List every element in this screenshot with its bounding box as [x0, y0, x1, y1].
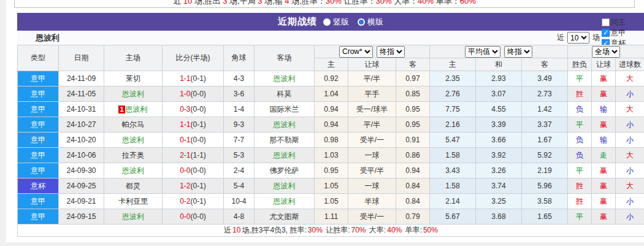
avg-draw-odds: 3.26 — [476, 163, 522, 179]
corner-score: 3-6 — [224, 86, 255, 102]
avg-draw-odds: 3.07 — [476, 86, 522, 102]
avg-away-odds: 3.37 — [522, 117, 568, 133]
handicap-line: 受半/一 — [348, 133, 396, 148]
away-team-link[interactable]: 恩波利 — [255, 117, 315, 133]
corner-score: 2-4 — [224, 163, 255, 179]
league-type-badge: 意甲 — [18, 71, 59, 86]
handicap-result: 输 — [592, 102, 616, 117]
score-cell: 0-0(0-0) — [163, 209, 224, 225]
sub-header-handicap-result: 让球 — [592, 58, 616, 71]
away-odds: 0.91 — [396, 133, 430, 148]
average-select[interactable]: 平均值 — [465, 46, 500, 58]
home-team-link[interactable]: 帕尔马 — [104, 117, 163, 133]
home-odds: 1.04 — [315, 86, 348, 102]
wdl-result: 平 — [568, 117, 592, 133]
layout-radio-selected[interactable]: 横版 — [358, 17, 383, 28]
avg-home-odds: 5.67 — [430, 209, 476, 225]
matches-label: 场 — [592, 33, 600, 43]
home-team-link[interactable]: 恩波利 — [104, 209, 163, 225]
handicap-result: 赢 — [592, 179, 616, 194]
summary-segment: 场,胜出 — [192, 0, 223, 6]
summary-segment: 近 — [223, 226, 232, 234]
away-team-link[interactable]: 科莫 — [255, 86, 315, 102]
match-row: 意甲 24-10-06 拉齐奥 2-1(1-1) 5-3 恩波利 1.03 一球… — [18, 148, 644, 163]
home-team-link[interactable]: 恩波利 — [104, 86, 163, 102]
summary-segment: 40% — [386, 226, 402, 234]
wdl-result: 平 — [568, 71, 592, 86]
avg-home-odds: 2.76 — [430, 86, 476, 102]
goals-result: 小 — [616, 163, 644, 179]
away-team-link[interactable]: 恩波利 — [255, 71, 315, 86]
avg-away-odds: 1.42 — [522, 102, 568, 117]
match-date: 24-09-21 — [59, 194, 104, 209]
handicap-result: 走 — [592, 148, 616, 163]
summary-segment: 70% — [351, 226, 367, 234]
sub-header-goals: 进球数 — [616, 58, 644, 71]
away-team-link[interactable]: 那不勒斯 — [255, 133, 315, 148]
league-type-badge: 意甲 — [18, 209, 59, 225]
sub-header-avg-draw: 和 — [476, 58, 522, 71]
score-cell: 1-0(0-0) — [163, 86, 224, 102]
home-team-link[interactable]: 莱切 — [104, 71, 163, 86]
avg-home-odds: 2.35 — [430, 71, 476, 86]
results-table: 类型 日期 主场 比分(半场) 角球 客场 Crow*终指 平均值终指 全场 主… — [17, 45, 644, 237]
checkbox-icon[interactable] — [602, 29, 610, 37]
away-team-link[interactable]: 恩波利 — [255, 148, 315, 163]
away-team-link[interactable]: 恩波利 — [255, 194, 315, 209]
checkbox-意甲[interactable]: 意甲 — [602, 28, 640, 38]
score-cell: 0-2(0-1) — [163, 194, 224, 209]
handicap-line: 受半/一 — [348, 209, 396, 225]
home-odds: 0.92 — [315, 71, 348, 86]
odds-time-select[interactable]: 终指 — [377, 46, 405, 58]
match-row: 意甲 24-10-31 1恩波利 0-3(0-0) 1-4 国际米兰 0.94 … — [18, 102, 644, 117]
avg-home-odds: 7.75 — [430, 102, 476, 117]
section-header-bar: 近期战绩 竖版横版 — [17, 13, 644, 31]
full-match-select[interactable]: 全场 — [592, 46, 620, 58]
corner-score: 10-4 — [224, 194, 255, 209]
home-team-link[interactable]: 卡利亚里 — [104, 194, 163, 209]
avg-away-odds: 3.58 — [522, 194, 568, 209]
avg-away-odds: 1.67 — [522, 133, 568, 148]
league-type-badge: 意甲 — [18, 86, 59, 102]
summary-segment: 单率： — [434, 0, 460, 6]
away-team-link[interactable]: 尤文图斯 — [255, 209, 315, 225]
handicap-result: 赢 — [592, 71, 616, 86]
home-team-link[interactable]: 拉齐奥 — [104, 148, 163, 163]
home-team-link[interactable]: 恩波利 — [104, 133, 163, 148]
handicap-result: 赢 — [592, 117, 616, 133]
summary-segment: 大率: — [367, 226, 387, 234]
checkbox-同主[interactable]: 同主 — [602, 17, 640, 28]
odds-provider-select[interactable]: Crow* — [339, 46, 373, 58]
away-team-link[interactable]: 恩波利 — [255, 179, 315, 194]
away-team-link[interactable]: 佛罗伦萨 — [255, 163, 315, 179]
summary-segment: 场,胜率： — [289, 0, 326, 6]
avg-draw-odds: 3.25 — [476, 194, 522, 209]
layout-radio-group: 竖版横版 — [323, 17, 383, 28]
handicap-result: 赢 — [592, 163, 616, 179]
avg-away-odds: 2.73 — [522, 86, 568, 102]
corner-score: 4-3 — [224, 71, 255, 86]
match-count-select[interactable]: 10 — [567, 32, 589, 44]
handicap-line: 平/半 — [348, 117, 396, 133]
radio-icon[interactable] — [323, 18, 331, 26]
layout-radio-option[interactable]: 竖版 — [323, 17, 349, 28]
radio-icon[interactable] — [358, 18, 365, 26]
league-type-badge: 意甲 — [18, 133, 59, 148]
home-team-link[interactable]: 恩波利 — [104, 163, 163, 179]
match-date: 24-09-15 — [59, 209, 104, 225]
match-date: 24-10-31 — [59, 102, 104, 117]
corner-score: 9-3 — [224, 117, 255, 133]
checkbox-icon[interactable] — [602, 18, 610, 26]
col-header-home: 主场 — [104, 45, 163, 71]
summary-segment: 场,胜3平4负3, 胜率: — [241, 226, 307, 234]
summary-segment: 60% — [460, 0, 476, 6]
away-team-link[interactable]: 国际米兰 — [255, 102, 315, 117]
avg-home-odds: 1.58 — [430, 179, 476, 194]
home-team-link[interactable]: 1恩波利 — [104, 102, 163, 117]
handicap-line: 受一/球半 — [348, 102, 396, 117]
average-time-select[interactable]: 终指 — [504, 46, 532, 58]
sub-header-avg-away: 客 — [522, 58, 568, 71]
avg-away-odds: 2.19 — [522, 163, 568, 179]
checkbox-label: 同主 — [611, 17, 626, 28]
home-team-link[interactable]: 都灵 — [104, 179, 163, 194]
